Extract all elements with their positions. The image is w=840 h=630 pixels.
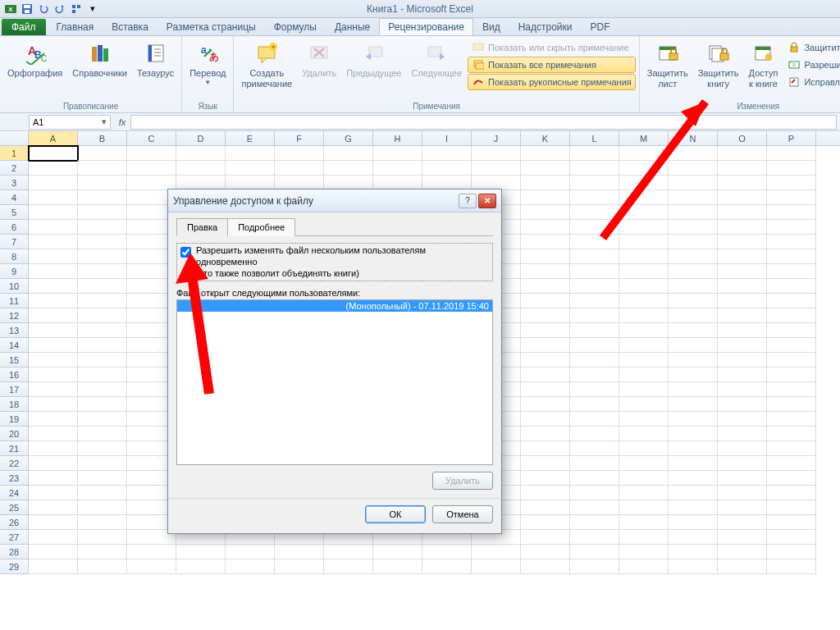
cell[interactable]: [570, 249, 619, 264]
track-changes-button[interactable]: Исправления ▾: [783, 74, 840, 90]
cell[interactable]: [29, 235, 78, 249]
cell[interactable]: [570, 338, 619, 353]
cell[interactable]: [78, 294, 127, 308]
row-header[interactable]: 22: [0, 456, 29, 471]
cell[interactable]: [669, 294, 718, 308]
cell[interactable]: [78, 427, 127, 441]
cell[interactable]: [570, 146, 619, 161]
cell[interactable]: [422, 559, 472, 574]
tab-file[interactable]: Файл: [2, 19, 46, 35]
cell[interactable]: [29, 249, 78, 264]
cell[interactable]: [472, 545, 521, 559]
cell[interactable]: [767, 515, 816, 530]
cell[interactable]: [176, 559, 226, 574]
qat-extra-icon[interactable]: [69, 2, 84, 16]
cell[interactable]: [718, 368, 767, 382]
cell[interactable]: [767, 545, 816, 559]
cancel-button[interactable]: Отмена: [432, 505, 493, 523]
share-book-button[interactable]: Доступ к книге: [745, 38, 783, 91]
column-header[interactable]: F: [275, 131, 324, 145]
cell[interactable]: [718, 559, 767, 574]
cell[interactable]: [373, 161, 422, 176]
cell[interactable]: [767, 235, 816, 249]
row-header[interactable]: 6: [0, 220, 29, 235]
cell[interactable]: [78, 205, 127, 220]
cell[interactable]: [767, 530, 816, 545]
cell[interactable]: [78, 545, 127, 559]
row-header[interactable]: 20: [0, 427, 29, 441]
cell[interactable]: [521, 515, 570, 530]
cell[interactable]: [29, 412, 78, 427]
cell[interactable]: [78, 279, 127, 294]
cell[interactable]: [718, 190, 767, 205]
cell[interactable]: [718, 279, 767, 294]
cell[interactable]: [422, 545, 472, 559]
row-header[interactable]: 11: [0, 294, 29, 308]
cell[interactable]: [619, 294, 669, 308]
cell[interactable]: [669, 308, 718, 323]
cell[interactable]: [521, 486, 570, 500]
cell[interactable]: [78, 530, 127, 545]
cell[interactable]: [78, 323, 127, 338]
cell[interactable]: [669, 161, 718, 176]
column-header[interactable]: P: [767, 131, 816, 145]
row-header[interactable]: 1: [0, 146, 29, 161]
cell[interactable]: [619, 559, 669, 574]
cell[interactable]: [718, 205, 767, 220]
row-header[interactable]: 23: [0, 471, 29, 486]
cell[interactable]: [570, 500, 619, 515]
cell[interactable]: [521, 264, 570, 279]
save-icon[interactable]: [20, 2, 34, 16]
cell[interactable]: [29, 161, 78, 176]
cell[interactable]: [570, 545, 619, 559]
cell[interactable]: [78, 486, 127, 500]
cell[interactable]: [767, 500, 816, 515]
dialog-close-button[interactable]: ✕: [478, 194, 496, 208]
cell[interactable]: [29, 338, 78, 353]
cell[interactable]: [767, 353, 816, 368]
cell[interactable]: [619, 500, 669, 515]
cell[interactable]: [78, 412, 127, 427]
cell[interactable]: [324, 161, 373, 176]
cell[interactable]: [275, 146, 324, 161]
cell[interactable]: [718, 235, 767, 249]
cell[interactable]: [619, 264, 669, 279]
cell[interactable]: [29, 397, 78, 412]
cell[interactable]: [78, 471, 127, 486]
cell[interactable]: [78, 338, 127, 353]
row-header[interactable]: 9: [0, 264, 29, 279]
protect-share-button[interactable]: Защитить книгу: [783, 39, 840, 56]
cell[interactable]: [472, 161, 521, 176]
cell[interactable]: [127, 161, 176, 176]
cell[interactable]: [570, 471, 619, 486]
cell[interactable]: [718, 338, 767, 353]
cell[interactable]: [29, 545, 78, 559]
column-header[interactable]: I: [422, 131, 472, 145]
cell[interactable]: [570, 161, 619, 176]
cell[interactable]: [669, 368, 718, 382]
cell[interactable]: [29, 471, 78, 486]
cell[interactable]: [521, 294, 570, 308]
cell[interactable]: [619, 308, 669, 323]
cell[interactable]: [767, 427, 816, 441]
cell[interactable]: [521, 471, 570, 486]
cell[interactable]: [521, 146, 570, 161]
cell[interactable]: [718, 441, 767, 456]
tab-review[interactable]: Рецензирование: [379, 18, 473, 35]
cell[interactable]: [718, 220, 767, 235]
cell[interactable]: [718, 308, 767, 323]
cell[interactable]: [619, 456, 669, 471]
dialog-tab-edit[interactable]: Правка: [176, 218, 228, 236]
cell[interactable]: [669, 249, 718, 264]
cell[interactable]: [521, 559, 570, 574]
cell[interactable]: [324, 545, 373, 559]
cell[interactable]: [570, 412, 619, 427]
cell[interactable]: [78, 500, 127, 515]
cell[interactable]: [619, 323, 669, 338]
cell[interactable]: [521, 368, 570, 382]
cell[interactable]: [718, 471, 767, 486]
cell[interactable]: [570, 515, 619, 530]
cell[interactable]: [570, 308, 619, 323]
cell[interactable]: [78, 235, 127, 249]
cell[interactable]: [669, 559, 718, 574]
